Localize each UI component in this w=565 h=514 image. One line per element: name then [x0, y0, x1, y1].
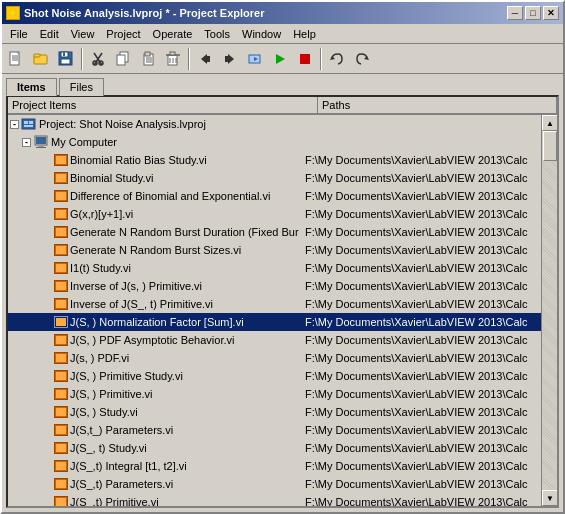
file-path: F:\My Documents\Xavier\LabVIEW 2013\Calc — [303, 190, 541, 202]
list-item[interactable]: J(S_, t) Study.vi F:\My Documents\Xavier… — [8, 439, 541, 457]
menu-tools[interactable]: Tools — [198, 27, 236, 41]
paste-button[interactable] — [136, 47, 160, 71]
build-button[interactable] — [243, 47, 267, 71]
menu-view[interactable]: View — [65, 27, 101, 41]
file-path: F:\My Documents\Xavier\LabVIEW 2013\Calc — [303, 424, 541, 436]
save-button[interactable] — [54, 47, 78, 71]
file-path: F:\My Documents\Xavier\LabVIEW 2013\Calc — [303, 352, 541, 364]
tree-row-project[interactable]: - Project: Shot Noise Analysis.lvproj — [8, 115, 541, 133]
file-path: F:\My Documents\Xavier\LabVIEW 2013\Calc — [303, 406, 541, 418]
menu-file[interactable]: File — [4, 27, 34, 41]
svg-rect-18 — [145, 52, 150, 56]
list-item[interactable]: J(S_,t) Parameters.vi F:\My Documents\Xa… — [8, 475, 541, 493]
menu-operate[interactable]: Operate — [147, 27, 199, 41]
file-path: F:\My Documents\Xavier\LabVIEW 2013\Calc — [303, 154, 541, 166]
toolbar-edit-section — [86, 47, 185, 71]
expand-icon-computer[interactable]: - — [22, 138, 31, 147]
tree-row-computer[interactable]: - My Computer — [8, 133, 541, 151]
list-item[interactable]: Generate N Random Burst Duration (Fixed … — [8, 223, 541, 241]
tabs-bar: Items Files — [2, 74, 563, 95]
vi-icon — [54, 172, 68, 184]
vi-icon — [54, 316, 68, 328]
menu-project[interactable]: Project — [100, 27, 146, 41]
list-item[interactable]: J(S_,t) Primitive.vi F:\My Documents\Xav… — [8, 493, 541, 506]
list-item[interactable]: G(x,r)[y+1].vi F:\My Documents\Xavier\La… — [8, 205, 541, 223]
stop-button[interactable] — [293, 47, 317, 71]
close-button[interactable]: ✕ — [543, 6, 559, 20]
vertical-scrollbar[interactable]: ▲ ▼ — [541, 115, 557, 506]
toolbar-sep-1 — [81, 48, 83, 70]
col-header-paths: Paths — [318, 97, 557, 114]
svg-rect-29 — [225, 56, 228, 62]
list-item[interactable]: Difference of Binomial and Exponential.v… — [8, 187, 541, 205]
list-item[interactable]: J(S, ) Primitive Study.vi F:\My Document… — [8, 367, 541, 385]
tree-area: - Project: Shot Noise Analysis.lvproj — [8, 115, 557, 506]
vi-icon — [54, 226, 68, 238]
arrow-right-button[interactable] — [218, 47, 242, 71]
list-item[interactable]: J(S,t_) Parameters.vi F:\My Documents\Xa… — [8, 421, 541, 439]
vi-icon — [54, 280, 68, 292]
vi-icon — [54, 442, 68, 454]
svg-rect-9 — [61, 59, 70, 64]
file-path: F:\My Documents\Xavier\LabVIEW 2013\Calc — [303, 316, 541, 328]
vi-icon — [54, 406, 68, 418]
list-item[interactable]: Binomial Study.vi F:\My Documents\Xavier… — [8, 169, 541, 187]
undo-button[interactable] — [325, 47, 349, 71]
open-button[interactable] — [29, 47, 53, 71]
list-item[interactable]: Generate N Random Burst Sizes.vi F:\My D… — [8, 241, 541, 259]
menu-help[interactable]: Help — [287, 27, 322, 41]
list-item-selected[interactable]: J(S, ) Normalization Factor [Sum].vi F:\… — [8, 313, 541, 331]
minimize-button[interactable]: ─ — [507, 6, 523, 20]
menu-edit[interactable]: Edit — [34, 27, 65, 41]
vi-icon — [54, 244, 68, 256]
scroll-down-button[interactable]: ▼ — [542, 490, 557, 506]
svg-marker-34 — [330, 56, 335, 60]
file-path: F:\My Documents\Xavier\LabVIEW 2013\Calc — [303, 172, 541, 184]
menu-bar: File Edit View Project Operate Tools Win… — [2, 24, 563, 44]
list-item[interactable]: J(S, ) PDF Asymptotic Behavior.vi F:\My … — [8, 331, 541, 349]
title-bar-left: ⚡ Shot Noise Analysis.lvproj * - Project… — [6, 6, 264, 20]
computer-label: My Computer — [51, 136, 117, 148]
file-path: F:\My Documents\Xavier\LabVIEW 2013\Calc — [303, 262, 541, 274]
file-path: F:\My Documents\Xavier\LabVIEW 2013\Calc — [303, 280, 541, 292]
scroll-up-button[interactable]: ▲ — [542, 115, 557, 131]
redo-button[interactable] — [350, 47, 374, 71]
arrow-left-button[interactable] — [193, 47, 217, 71]
expand-icon-project[interactable]: - — [10, 120, 19, 129]
list-item[interactable]: J(S_,t) Integral [t1, t2].vi F:\My Docum… — [8, 457, 541, 475]
vi-icon — [54, 154, 68, 166]
copy-button[interactable] — [111, 47, 135, 71]
list-item[interactable]: Inverse of J(s, ) Primitive.vi F:\My Doc… — [8, 277, 541, 295]
toolbar-history-section — [325, 47, 374, 71]
menu-window[interactable]: Window — [236, 27, 287, 41]
file-path: F:\My Documents\Xavier\LabVIEW 2013\Calc — [303, 298, 541, 310]
window-title: Shot Noise Analysis.lvproj * - Project E… — [24, 7, 264, 19]
scroll-thumb[interactable] — [543, 131, 557, 161]
list-item[interactable]: Inverse of J(S_, t) Primitive.vi F:\My D… — [8, 295, 541, 313]
vi-icon — [54, 334, 68, 346]
cut-button[interactable] — [86, 47, 110, 71]
svg-rect-41 — [36, 137, 46, 144]
list-item[interactable]: Binomial Ratio Bias Study.vi F:\My Docum… — [8, 151, 541, 169]
tab-items[interactable]: Items — [6, 78, 57, 96]
svg-rect-28 — [207, 56, 210, 62]
svg-rect-24 — [170, 52, 175, 55]
tree-scroll[interactable]: - Project: Shot Noise Analysis.lvproj — [8, 115, 541, 506]
file-path: F:\My Documents\Xavier\LabVIEW 2013\Calc — [303, 496, 541, 506]
maximize-button[interactable]: □ — [525, 6, 541, 20]
svg-rect-10 — [63, 52, 65, 56]
list-item[interactable]: J(S, ) Study.vi F:\My Documents\Xavier\L… — [8, 403, 541, 421]
list-item[interactable]: I1(t) Study.vi F:\My Documents\Xavier\La… — [8, 259, 541, 277]
file-path: F:\My Documents\Xavier\LabVIEW 2013\Calc — [303, 334, 541, 346]
svg-rect-36 — [22, 119, 35, 129]
project-label: Project: Shot Noise Analysis.lvproj — [39, 118, 206, 130]
tab-files[interactable]: Files — [59, 78, 104, 96]
vi-icon — [54, 298, 68, 310]
delete-button[interactable] — [161, 47, 185, 71]
list-item[interactable]: J(S, ) Primitive.vi F:\My Documents\Xavi… — [8, 385, 541, 403]
vi-icon — [54, 352, 68, 364]
svg-rect-37 — [24, 121, 28, 124]
list-item[interactable]: J(s, ) PDF.vi F:\My Documents\Xavier\Lab… — [8, 349, 541, 367]
new-button[interactable] — [4, 47, 28, 71]
run-button[interactable] — [268, 47, 292, 71]
